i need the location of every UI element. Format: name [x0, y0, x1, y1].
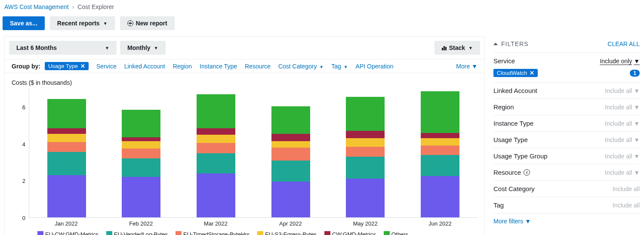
- caret-down-icon: ▼: [634, 120, 640, 127]
- new-report-button[interactable]: New report: [120, 16, 175, 30]
- filter-row: Usage TypeInclude all▼: [493, 132, 640, 148]
- filter-value[interactable]: Include all▼: [605, 136, 640, 143]
- filter-value[interactable]: Include all: [613, 202, 640, 209]
- toolbar: Save as... Recent reports▼ New report: [0, 14, 644, 36]
- caret-down-icon: ▼: [154, 46, 158, 50]
- caret-down-icon: ▼: [525, 218, 531, 225]
- filter-name: Usage Type: [493, 136, 528, 143]
- caret-down-icon: ▼: [344, 65, 348, 69]
- group-by-active-pill[interactable]: Usage Type✕: [45, 62, 89, 70]
- bar-segment: [346, 138, 385, 146]
- bar-segment: [122, 110, 160, 137]
- filter-name: Resource i: [493, 169, 530, 176]
- bar-segment: [47, 99, 86, 128]
- bar-segment: [47, 142, 86, 152]
- chart-title: Costs ($ in thousands): [12, 79, 478, 86]
- bar-segment: [346, 97, 385, 131]
- filter-value[interactable]: Include all▼: [605, 87, 640, 94]
- bar-segment: [421, 133, 459, 139]
- cost-explorer-panel: Last 6 Months▼ Monthly▼ Stack▼ Group by:…: [4, 36, 485, 235]
- filter-name: Cost Category: [493, 185, 535, 192]
- legend-item: EU-CW:GMD-Metrics: [37, 231, 99, 235]
- bar-segment: [122, 177, 160, 217]
- filter-row: RegionInclude all▼: [493, 99, 640, 115]
- bar-segment: [47, 128, 86, 134]
- caret-down-icon: ▼: [634, 136, 640, 143]
- bar-segment: [271, 161, 310, 182]
- caret-down-icon: ▼: [103, 21, 108, 26]
- filter-value[interactable]: Include all▼: [605, 104, 640, 111]
- bar-segment: [122, 141, 160, 148]
- filter-service-mode[interactable]: Include only ▼: [600, 58, 640, 65]
- caret-down-icon: ▼: [319, 65, 324, 69]
- group-by-option[interactable]: Region: [173, 63, 192, 70]
- filter-row: Usage Type GroupInclude all▼: [493, 148, 640, 164]
- filter-row: Instance TypeInclude all▼: [493, 115, 640, 132]
- caret-down-icon: ▼: [105, 46, 109, 50]
- filter-service-label: Service: [493, 57, 515, 65]
- group-by-option[interactable]: API Operation: [356, 63, 394, 70]
- recent-reports-button[interactable]: Recent reports▼: [50, 16, 115, 30]
- clear-all-filters[interactable]: CLEAR ALL: [607, 40, 640, 47]
- granularity-selector[interactable]: Monthly▼: [120, 41, 166, 55]
- legend-item: Others: [384, 231, 408, 235]
- filters-sidebar: FILTERS CLEAR ALL Service Include only ▼…: [493, 36, 640, 235]
- bar-column: [122, 89, 160, 217]
- caret-down-icon: ▼: [634, 104, 640, 111]
- group-by-option[interactable]: Linked Account: [124, 63, 165, 70]
- save-as-button[interactable]: Save as...: [3, 16, 45, 30]
- y-tick: 2: [12, 178, 25, 184]
- caret-down-icon: ▼: [634, 169, 640, 176]
- group-by-option[interactable]: Resource: [245, 63, 271, 70]
- chart-type-selector[interactable]: Stack▼: [434, 41, 480, 55]
- bar-segment: [271, 182, 310, 217]
- bar-segment: [271, 148, 310, 161]
- filter-service-count: 1: [630, 70, 640, 77]
- y-tick: 0: [12, 215, 25, 221]
- more-filters[interactable]: More filters ▼: [493, 213, 640, 229]
- bar-segment: [47, 134, 86, 142]
- bar-column: [421, 89, 459, 217]
- y-tick: 6: [12, 104, 25, 110]
- legend-swatch-icon: [384, 231, 390, 235]
- filter-value[interactable]: Include all▼: [605, 120, 640, 127]
- filter-chip-cloudwatch[interactable]: CloudWatch✕: [493, 69, 538, 77]
- bar-segment: [421, 145, 459, 155]
- filter-name: Tag: [493, 201, 504, 209]
- bar-segment: [197, 153, 235, 173]
- filters-heading: FILTERS: [493, 40, 529, 47]
- y-tick: 4: [12, 141, 25, 147]
- close-icon[interactable]: ✕: [530, 70, 534, 76]
- filter-value[interactable]: Include all: [613, 186, 640, 192]
- bar-segment: [271, 134, 310, 141]
- filter-value[interactable]: Include all▼: [605, 169, 640, 176]
- bar-segment: [346, 131, 385, 138]
- legend-item: EU-VendedLog-Bytes: [106, 231, 168, 235]
- close-icon[interactable]: ✕: [80, 63, 85, 69]
- bar-segment: [47, 175, 86, 217]
- filter-name: Region: [493, 103, 514, 111]
- filter-value[interactable]: Include all▼: [605, 153, 640, 160]
- group-by-option[interactable]: Tag ▼: [331, 63, 348, 70]
- info-icon[interactable]: i: [524, 169, 530, 176]
- bar-column: [346, 89, 385, 217]
- group-by-more[interactable]: More ▼: [456, 63, 478, 70]
- group-by-bar: Group by: Usage Type✕ Service Linked Acc…: [5, 59, 484, 73]
- date-range-selector[interactable]: Last 6 Months▼: [9, 41, 117, 55]
- cost-chart: 0246: [12, 89, 478, 218]
- group-by-option[interactable]: Instance Type: [200, 63, 237, 70]
- x-tick: Jan 2022: [47, 220, 86, 227]
- filter-row: Cost CategoryInclude all: [493, 181, 640, 197]
- legend-item: EU-TimedStorage-ByteHrs: [176, 231, 250, 235]
- bar-segment: [197, 128, 235, 135]
- legend-swatch-icon: [37, 231, 43, 235]
- x-tick: Jun 2022: [421, 220, 459, 227]
- breadcrumb-current: Cost Explorer: [77, 3, 114, 10]
- bar-segment: [421, 91, 459, 133]
- bar-segment: [197, 173, 235, 218]
- bar-segment: [122, 158, 160, 177]
- x-tick: Feb 2022: [122, 220, 160, 227]
- breadcrumb-root[interactable]: AWS Cost Management: [4, 3, 69, 10]
- group-by-option[interactable]: Cost Category ▼: [278, 63, 324, 70]
- group-by-option[interactable]: Service: [96, 63, 117, 70]
